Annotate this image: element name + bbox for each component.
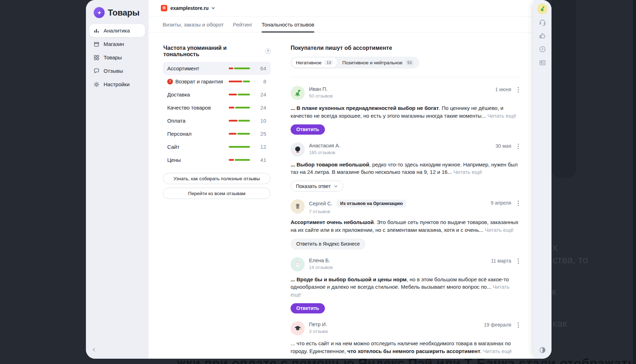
filter-negative[interactable]: Негативное 13 [292,58,337,67]
avatar [291,321,305,335]
show-answer-button[interactable]: Показать ответ [291,181,343,192]
chevron-left-icon [92,347,97,352]
sidebar: Товары Аналитика Магазин Товары Отзывы [86,0,148,359]
category-label: Ассортимент [167,65,199,71]
sentiment-bar [229,120,250,122]
sidebar-item-reviews[interactable]: Отзывы [89,64,145,77]
store-domain[interactable]: examplestore.ru [170,5,209,11]
chevron-down-icon[interactable] [211,6,215,10]
category-count: 24 [254,105,266,111]
sidebar-item-label: Товары [104,54,122,60]
category-count: 24 [254,92,266,98]
review-date: 11 марта [491,257,511,264]
main-content: Я examplestore.ru Визиты, заказы и оборо… [148,0,533,359]
thumbs-up-icon[interactable] [539,32,546,41]
sparkle-logo-icon [94,7,105,18]
avatar [291,199,305,213]
category-row-quality[interactable]: Качество товаров 24 [163,101,271,114]
category-row-delivery[interactable]: Доставка 24 [163,88,271,101]
help-circle-icon[interactable]: ? [539,46,546,54]
reply-button[interactable]: Ответить [291,124,325,135]
category-label: Возврат и гарантия [175,78,223,84]
support-headset-icon[interactable] [539,19,546,28]
reviewer-review-count: 14 отзывов [309,265,333,270]
category-count: 25 [254,131,266,137]
learn-collect-reviews-button[interactable]: Узнать, как собирать полезные отзывы [163,173,270,184]
read-more-link[interactable]: Читать ещё [488,113,516,119]
filter-label: Позитивное и нейтральное [342,60,402,65]
category-count: 8 [254,78,266,84]
category-row-prices[interactable]: Цены 41 [163,153,271,166]
category-row-payment[interactable]: Оплата 10 [163,114,271,127]
category-label: Доставка [167,92,190,98]
category-count: 41 [254,157,266,163]
shop-icon [93,41,100,47]
reviewer-review-count: 7 отзывов [309,209,406,214]
sentiment-bar [229,146,250,148]
reviewer-name: Иван П. [309,86,328,92]
tab-review-sentiment[interactable]: Тональность отзывов [262,17,314,32]
black-ball-icon [294,146,302,153]
category-row-staff[interactable]: Персонал 25 [163,127,271,140]
gear-icon [93,81,100,88]
contrast-toggle-icon[interactable] [533,346,552,354]
category-row-returns[interactable]: !Возврат и гарантия 8 [163,75,271,88]
news-icon[interactable] [539,59,546,68]
tab-rating[interactable]: Рейтинг [233,17,252,32]
analytics-tabs: Визиты, заказы и оборот Рейтинг Тонально… [148,17,533,33]
yandex-favicon-icon: Я [161,5,167,11]
kebab-menu-icon[interactable] [518,86,519,94]
review-text: ... Вроде бы и выбор большой и цены норм… [291,276,519,299]
kebab-menu-icon[interactable] [518,199,519,207]
sidebar-item-analytics[interactable]: Аналитика [89,24,145,37]
content-area: Частота упоминаний и тональность ? Ассор… [148,33,533,359]
category-row-website[interactable]: Сайт 12 [163,140,271,153]
review-item: Анастасия А. 165 отзывов 30 мая ... Выбо… [291,142,519,192]
sidebar-item-shop[interactable]: Магазин [89,37,145,51]
sidebar-item-settings[interactable]: Настройки [89,78,145,91]
profile-avatar[interactable] [537,4,548,14]
sentiment-bar [229,159,250,161]
review-text: Ассортимент очень небольшой. Это больше … [291,218,519,234]
review-text: ... что есть сайт и на нем можно отследи… [291,340,519,355]
collapse-sidebar-button[interactable] [92,347,97,354]
tab-visits-orders[interactable]: Визиты, заказы и оборот [163,17,224,32]
review-date: 9 апреля [491,199,511,206]
category-count: 12 [254,144,266,150]
background-text-fragment: ства, то [553,254,588,266]
go-to-all-reviews-button[interactable]: Перейти ко всем отзывам [163,188,270,199]
filter-positive-neutral[interactable]: Позитивное и нейтральное 51 [338,58,418,67]
sidebar-item-products[interactable]: Товары [89,51,145,64]
svg-text:?: ? [541,47,543,51]
kebab-menu-icon[interactable] [518,321,519,329]
reviews-panel-title: Покупатели пишут об ассортименте [291,45,519,51]
category-row-assortment[interactable]: Ассортимент 64 [163,62,271,75]
review-item: Сергей С. Из отзывов на Организацию 7 от… [291,199,519,249]
read-more-link[interactable]: Читать ещё [485,227,513,233]
sentiment-bar [229,81,250,82]
review-text: ... В плане кухонных преднадлежностей вы… [291,104,519,120]
filter-count: 13 [324,60,333,65]
sidebar-menu: Аналитика Магазин Товары Отзывы Настройк… [86,24,148,91]
read-more-link[interactable]: Читать ещё [454,169,482,175]
review-item: Иван П. 50 отзывов 1 июня ... В плане ку… [291,86,519,135]
rabbit-icon [294,260,302,268]
help-icon[interactable]: ? [265,48,271,54]
reply-in-yandex-business-button[interactable]: Ответить в Яндекс Бизнесе [291,239,366,249]
sentiment-bar [229,94,250,95]
kebab-menu-icon[interactable] [518,257,519,265]
reply-button[interactable]: Ответить [291,303,325,313]
kebab-menu-icon[interactable] [518,142,519,151]
category-count: 64 [254,65,266,71]
category-label: Качество товаров [167,105,211,111]
read-more-link[interactable]: Читать ещё [483,348,512,354]
background-text-fragment: х [553,242,558,253]
app-title: Товары [108,8,140,18]
dinosaur-icon [294,89,302,97]
review-item: Елена Б. 14 отзывов 11 марта ... Вроде б… [291,257,519,313]
reviewer-review-count: 165 отзывов [309,150,340,155]
reviewer-name: Сергей С. [309,201,332,206]
mentions-panel: Частота упоминаний и тональность ? Ассор… [163,45,271,359]
sentiment-bar [229,107,250,108]
sidebar-item-label: Аналитика [104,28,130,34]
